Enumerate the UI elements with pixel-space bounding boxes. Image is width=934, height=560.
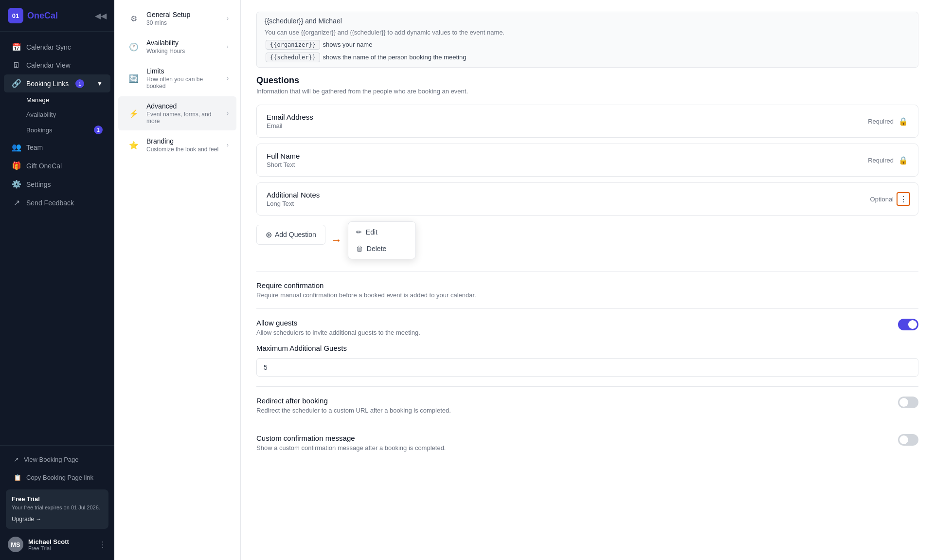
menu-item-availability[interactable]: 🕐 Availability Working Hours ›: [118, 33, 236, 60]
user-plan: Free Trial: [28, 545, 94, 551]
tag-row-2: {{scheduler}} shows the name of the pers…: [265, 53, 910, 62]
free-trial-title: Free Trial: [12, 495, 103, 503]
availability-chevron: ›: [227, 43, 229, 50]
custom-confirmation-row: Custom confirmation message Show a custo…: [256, 434, 918, 452]
require-confirmation-row: Require confirmation Require manual conf…: [256, 281, 918, 299]
gift-icon: 🎁: [12, 161, 21, 170]
sidebar-nav: 📅 Calendar Sync 🗓 Calendar View 🔗 Bookin…: [0, 32, 114, 445]
user-info: Michael Scott Free Trial: [28, 538, 94, 551]
section-divider-4: [256, 424, 918, 424]
custom-confirmation-header: Custom confirmation message Show a custo…: [256, 434, 918, 452]
copy-icon: 📋: [14, 474, 21, 481]
trash-icon: 🗑: [356, 245, 363, 253]
sidebar: 01 OneCal ◀◀ 📅 Calendar Sync 🗓 Calendar …: [0, 0, 114, 560]
advanced-chevron: ›: [227, 110, 229, 117]
questions-description: Information that will be gathered from t…: [256, 88, 918, 95]
team-icon: 👥: [12, 143, 21, 152]
max-guests-title: Maximum Additional Guests: [256, 344, 918, 352]
booking-links-icon: 🔗: [12, 79, 21, 88]
edit-icon: ✏: [356, 228, 362, 236]
sidebar-item-settings[interactable]: ⚙️ Settings: [4, 175, 110, 193]
add-question-button[interactable]: ⊕ Add Question: [256, 225, 325, 245]
add-question-plus-icon: ⊕: [266, 230, 272, 239]
sidebar-item-booking-links[interactable]: 🔗 Booking Links 1 ▼: [4, 74, 110, 92]
calendar-view-icon: 🗓: [12, 61, 21, 70]
branding-chevron: ›: [227, 142, 229, 148]
menu-item-advanced[interactable]: ⚡ Advanced Event names, forms, and more …: [118, 96, 236, 130]
menu-text-advanced: Advanced Event names, forms, and more: [146, 102, 222, 125]
general-setup-icon: ⚙: [126, 11, 142, 26]
allow-guests-desc: Allow schedulers to invite additional gu…: [256, 329, 420, 336]
section-divider-3: [256, 386, 918, 387]
snippet-desc: You can use {{organizer}} and {{schedule…: [265, 29, 910, 36]
user-name: Michael Scott: [28, 538, 94, 545]
menu-text-branding: Branding Customize the look and feel: [146, 137, 222, 153]
free-trial-desc: Your free trial expires on 01 Jul 2026.: [12, 505, 103, 510]
dropdown-delete[interactable]: 🗑 Delete: [348, 240, 415, 257]
avatar: MS: [8, 537, 23, 552]
collapse-sidebar-button[interactable]: ◀◀: [95, 11, 107, 20]
section-divider-1: [256, 271, 918, 271]
logo-area: 01 OneCal ◀◀: [0, 0, 114, 32]
allow-guests-title: Allow guests: [256, 319, 420, 327]
max-guests-input[interactable]: [256, 358, 918, 377]
sidebar-item-team[interactable]: 👥 Team: [4, 138, 110, 156]
menu-item-branding[interactable]: ⭐ Branding Customize the look and feel ›: [118, 131, 236, 159]
options-dropdown: ✏ Edit 🗑 Delete: [348, 221, 416, 259]
booking-links-badge: 1: [75, 79, 84, 88]
question-additional-notes: Additional Notes Long Text Optional ⋮: [256, 182, 918, 216]
menu-item-limits[interactable]: 🔄 Limits How often you can be booked ›: [118, 61, 236, 95]
upgrade-button[interactable]: Upgrade →: [12, 516, 41, 523]
advanced-icon: ⚡: [126, 106, 142, 121]
redirect-after-row: Redirect after booking Redirect the sche…: [256, 397, 918, 414]
full-name-badge: Required: [868, 157, 894, 164]
sidebar-sub-bookings[interactable]: Bookings 1: [4, 122, 110, 138]
logo-text: OneCal: [27, 11, 58, 21]
calendar-sync-icon: 📅: [12, 42, 21, 52]
sidebar-sub-manage[interactable]: Manage: [4, 93, 110, 107]
dropdown-edit[interactable]: ✏ Edit: [348, 224, 415, 240]
feedback-icon: ↗: [12, 198, 21, 207]
general-setup-chevron: ›: [227, 15, 229, 22]
user-row: MS Michael Scott Free Trial ⋮: [6, 535, 108, 554]
redirect-desc: Redirect the scheduler to a custom URL a…: [256, 407, 451, 414]
organizer-desc: shows your name: [323, 41, 373, 48]
allow-guests-toggle[interactable]: [898, 319, 918, 330]
sidebar-item-feedback[interactable]: ↗ Send Feedback: [4, 194, 110, 212]
snippet-value: {{scheduler}} and Michael: [265, 17, 910, 25]
middle-panel: ⚙ General Setup 30 mins › 🕐 Availability…: [114, 0, 241, 560]
event-name-snippet: {{scheduler}} and Michael You can use {{…: [256, 12, 918, 68]
sidebar-item-gift[interactable]: 🎁 Gift OneCal: [4, 157, 110, 175]
settings-icon: ⚙️: [12, 180, 21, 189]
limits-icon: 🔄: [126, 71, 142, 86]
free-trial-box: Free Trial Your free trial expires on 01…: [6, 489, 108, 529]
sidebar-sub-availability[interactable]: Availability: [4, 108, 110, 122]
question-email: Email Address Email Required 🔒: [256, 105, 918, 138]
section-divider-2: [256, 308, 918, 309]
redirect-title: Redirect after booking: [256, 397, 451, 405]
questions-title: Questions: [256, 75, 918, 86]
menu-text-availability: Availability Working Hours: [146, 39, 222, 54]
custom-conf-title: Custom confirmation message: [256, 434, 446, 442]
max-guests-row: Maximum Additional Guests: [256, 344, 918, 377]
add-question-row: ⊕ Add Question → ✏ Edit 🗑 Delete: [256, 221, 918, 259]
view-booking-page-button[interactable]: ↗ View Booking Page: [6, 452, 108, 468]
copy-booking-link-button[interactable]: 📋 Copy Booking Page link: [6, 470, 108, 486]
menu-item-general-setup[interactable]: ⚙ General Setup 30 mins ›: [118, 5, 236, 32]
sidebar-item-calendar-view[interactable]: 🗓 Calendar View: [4, 56, 110, 74]
notes-options-button[interactable]: ⋮: [897, 192, 910, 206]
redirect-toggle[interactable]: [898, 397, 918, 408]
require-confirmation-desc: Require manual confirmation before a boo…: [256, 291, 476, 299]
full-name-lock-icon: 🔒: [898, 156, 908, 165]
custom-confirmation-toggle[interactable]: [898, 434, 918, 446]
branding-icon: ⭐: [126, 137, 142, 153]
booking-links-chevron: ▼: [97, 80, 103, 87]
notes-badge: Optional: [870, 196, 894, 203]
main-content: {{scheduler}} and Michael You can use {{…: [241, 0, 934, 560]
require-confirmation-title: Require confirmation: [256, 281, 476, 289]
organizer-tag: {{organizer}}: [266, 40, 320, 50]
arrow-right-icon: →: [331, 234, 342, 247]
sidebar-item-calendar-sync[interactable]: 📅 Calendar Sync: [4, 38, 110, 56]
email-lock-icon: 🔒: [898, 117, 908, 126]
user-menu-button[interactable]: ⋮: [99, 540, 107, 549]
